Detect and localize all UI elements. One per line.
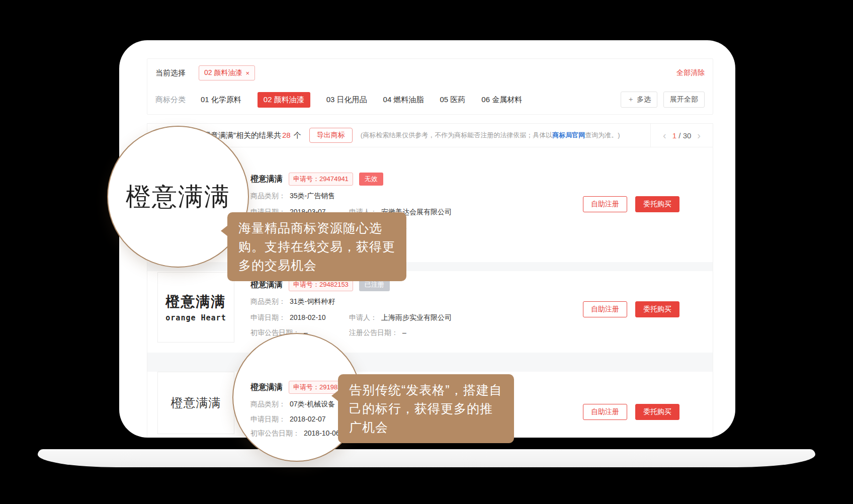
trademark-name[interactable]: 橙意满满: [250, 174, 283, 185]
application-number-tag: 申请号：29474941: [289, 173, 353, 186]
results-header: 已为您检索到“橙意满满”相关的结果共28 个 导出商标 (商标检索结果仅供参考，…: [147, 124, 713, 147]
publication-field: 初审公告日期：2018-10-06: [250, 429, 349, 438]
category-label: 商标分类: [155, 95, 186, 105]
self-register-button[interactable]: 自助注册: [583, 301, 627, 317]
date-applicant-field: 申请日期：2018-02-10 申请人：上海雨步实业有限公司: [250, 313, 452, 323]
row-actions: 自助注册 委托购买: [583, 196, 679, 212]
tab-category-03[interactable]: 03 日化用品: [326, 95, 367, 105]
category-field: 商品类别：07类-机械设备: [250, 400, 349, 410]
category-row: 商标分类 01 化学原料 02 颜料油漆 03 日化用品 04 燃料油脂 05 …: [155, 91, 705, 108]
marketing-tooltip: 告别传统“发表格”，搭建自己的标行，获得更多的推广机会: [338, 374, 514, 443]
pagination: ‹ 1 / 30 ›: [650, 124, 713, 147]
current-selection-row: 当前选择 02 颜料油漆 × 全部清除: [155, 65, 705, 81]
next-page-icon[interactable]: ›: [697, 130, 701, 140]
clear-all-button[interactable]: 全部清除: [676, 68, 705, 77]
entrust-buy-button[interactable]: 委托购买: [635, 301, 679, 317]
current-page: 1: [672, 131, 676, 140]
multi-select-label: 多选: [637, 95, 651, 104]
tab-category-01[interactable]: 01 化学原料: [201, 95, 241, 105]
trademark-image[interactable]: 橙意满满: [157, 372, 234, 434]
expand-all-button[interactable]: 展开全部: [663, 92, 705, 108]
row-actions: 自助注册 委托购买: [583, 301, 679, 317]
laptop-base-bar: [38, 449, 815, 467]
magnified-trademark-text: 橙意满满: [126, 180, 230, 214]
filter-panel: 当前选择 02 颜料油漆 × 全部清除 商标分类 01 化学原料 02 颜料油漆…: [147, 58, 713, 115]
total-pages: 30: [683, 131, 692, 140]
export-trademarks-button[interactable]: 导出商标: [309, 128, 353, 143]
tab-category-05[interactable]: 05 医药: [440, 95, 465, 105]
current-selection-label: 当前选择: [155, 68, 186, 78]
tab-category-06[interactable]: 06 金属材料: [481, 95, 522, 105]
trademark-name[interactable]: 橙意满满: [250, 382, 283, 393]
trademark-image[interactable]: 橙意满满 orange Heart: [157, 272, 234, 343]
marketing-tooltip: 海量精品商标资源随心选购。支持在线交易，获得更多的交易机会: [227, 212, 406, 281]
tab-category-04[interactable]: 04 燃料油脂: [383, 95, 424, 105]
multi-select-button[interactable]: ＋ 多选: [621, 92, 657, 108]
trademark-office-link[interactable]: 商标局官网: [552, 131, 585, 139]
page: 当前选择 02 颜料油漆 × 全部清除 商标分类 01 化学原料 02 颜料油漆…: [0, 0, 853, 504]
prev-page-icon[interactable]: ‹: [663, 130, 666, 140]
table-row: 橙意满满 orange Heart 橙意满满 申请号：29482153 已注册 …: [147, 271, 713, 353]
status-badge: 无效: [359, 173, 383, 186]
category-field: 商品类别：35类-广告销售: [250, 192, 349, 202]
row-actions: 自助注册 委托购买: [583, 404, 679, 420]
filter-actions: ＋ 多选 展开全部: [621, 92, 705, 108]
plus-icon: ＋: [627, 95, 634, 104]
trademark-image-text: 橙意满满: [171, 395, 221, 411]
selected-filter-tag[interactable]: 02 颜料油漆 ×: [199, 65, 255, 80]
trademark-image-subtext: orange Heart: [165, 313, 226, 322]
trademark-image-text: 橙意满满: [166, 292, 226, 311]
tab-category-02-active[interactable]: 02 颜料油漆: [258, 92, 310, 108]
close-icon[interactable]: ×: [245, 69, 249, 77]
selected-filter-tag-label: 02 颜料油漆: [204, 68, 242, 77]
results-count: 28: [281, 131, 292, 139]
entrust-buy-button[interactable]: 委托购买: [635, 196, 679, 212]
date-field: 申请日期：2018-02-07: [250, 415, 349, 425]
self-register-button[interactable]: 自助注册: [583, 196, 627, 212]
entrust-buy-button[interactable]: 委托购买: [635, 404, 679, 420]
results-disclaimer: (商标检索结果仅供参考，不作为商标能否注册的法律依据；具体以商标局官网查询为准。…: [361, 131, 650, 140]
category-field: 商品类别：31类-饲料种籽: [250, 297, 349, 307]
